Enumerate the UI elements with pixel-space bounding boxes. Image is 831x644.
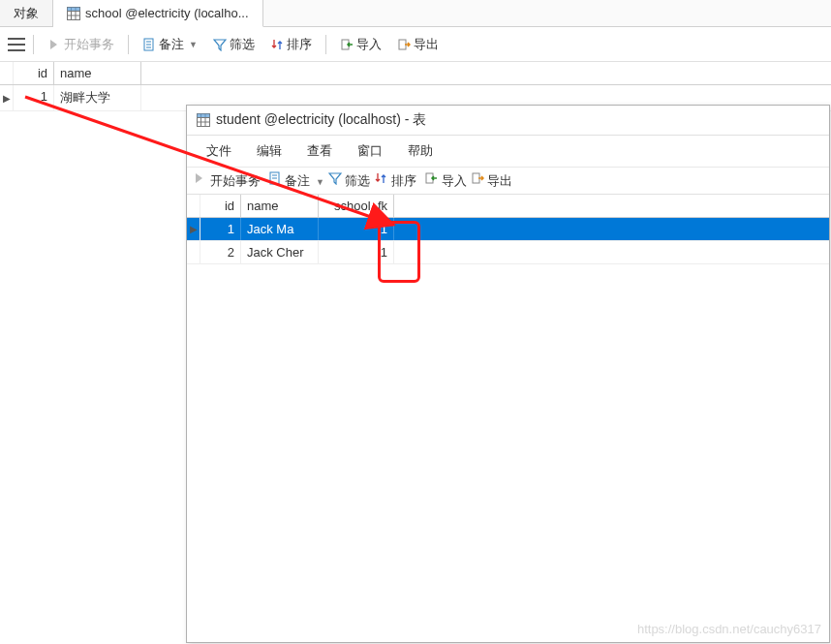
import-icon bbox=[424, 171, 438, 185]
arrow-right-icon bbox=[193, 171, 206, 185]
table-row[interactable]: ▶ 1 Jack Ma 1 bbox=[187, 218, 829, 241]
note-label: 备注 bbox=[159, 36, 184, 53]
note-label: 备注 bbox=[285, 173, 310, 188]
window-titlebar[interactable]: student @electricity (localhost) - 表 bbox=[187, 106, 829, 136]
col-header-schoolfk[interactable]: school_fk bbox=[319, 195, 394, 217]
tab-school-label: school @electricity (localho... bbox=[85, 6, 249, 20]
filter-button[interactable]: 筛选 bbox=[207, 33, 261, 56]
import-icon bbox=[340, 38, 354, 51]
start-transaction-button[interactable]: 开始事务 bbox=[193, 171, 261, 190]
col-header-name[interactable]: name bbox=[54, 62, 141, 84]
cell-id[interactable]: 2 bbox=[200, 241, 241, 263]
row-marker-icon: ▶ bbox=[187, 218, 200, 240]
school-grid-header: id name bbox=[0, 62, 831, 85]
funnel-icon bbox=[213, 38, 227, 51]
menu-view[interactable]: 查看 bbox=[295, 139, 344, 163]
import-button[interactable]: 导入 bbox=[424, 171, 467, 190]
cell-schoolfk[interactable]: 1 bbox=[319, 218, 394, 240]
tab-school[interactable]: school @electricity (localho... bbox=[53, 0, 263, 27]
export-label: 导出 bbox=[414, 36, 439, 53]
export-icon bbox=[397, 38, 411, 51]
student-window: student @electricity (localhost) - 表 文件 … bbox=[186, 105, 830, 643]
window-title: student @electricity (localhost) - 表 bbox=[216, 111, 426, 129]
menu-edit[interactable]: 编辑 bbox=[245, 139, 293, 163]
menu-help[interactable]: 帮助 bbox=[396, 139, 445, 163]
sub-toolbar: 开始事务 备注 ▼ 筛选 排序 导入 bbox=[187, 168, 829, 195]
cell-name[interactable]: Jack Cher bbox=[241, 241, 319, 263]
separator bbox=[33, 35, 34, 54]
student-grid-header: id name school_fk bbox=[187, 195, 829, 218]
sort-icon bbox=[374, 171, 387, 185]
sort-icon bbox=[270, 38, 284, 51]
cell-name[interactable]: 湖畔大学 bbox=[54, 85, 141, 110]
svg-rect-22 bbox=[473, 173, 479, 183]
svg-rect-17 bbox=[198, 114, 210, 118]
row-marker bbox=[187, 195, 200, 217]
hamburger-icon[interactable] bbox=[8, 38, 25, 51]
table-grid-icon bbox=[197, 113, 210, 127]
col-header-name[interactable]: name bbox=[241, 195, 319, 217]
cell-id[interactable]: 1 bbox=[200, 218, 241, 240]
import-label: 导入 bbox=[442, 173, 467, 188]
export-label: 导出 bbox=[487, 173, 512, 188]
funnel-icon bbox=[328, 171, 342, 185]
import-button[interactable]: 导入 bbox=[334, 33, 387, 56]
arrow-right-icon bbox=[47, 38, 61, 51]
col-header-id[interactable]: id bbox=[200, 195, 241, 217]
filter-label: 筛选 bbox=[230, 36, 255, 53]
tab-objects-label: 对象 bbox=[14, 5, 39, 22]
export-button[interactable]: 导出 bbox=[391, 33, 445, 56]
row-marker bbox=[187, 241, 200, 263]
menu-window[interactable]: 窗口 bbox=[346, 139, 394, 163]
sort-label: 排序 bbox=[287, 36, 312, 53]
watermark: https://blog.csdn.net/cauchy6317 bbox=[637, 622, 821, 636]
note-icon bbox=[142, 38, 156, 51]
filter-label: 筛选 bbox=[345, 173, 370, 188]
export-icon bbox=[471, 171, 484, 185]
cell-schoolfk[interactable]: 1 bbox=[319, 241, 394, 263]
menubar: 文件 编辑 查看 窗口 帮助 bbox=[187, 136, 829, 168]
main-toolbar: 开始事务 备注 ▼ 筛选 排序 导入 导出 bbox=[0, 27, 831, 62]
note-button[interactable]: 备注 ▼ bbox=[137, 33, 203, 56]
separator bbox=[128, 35, 129, 54]
row-marker bbox=[0, 62, 14, 84]
start-transaction-button[interactable]: 开始事务 bbox=[42, 33, 120, 56]
filter-button[interactable]: 筛选 bbox=[328, 171, 371, 190]
start-tx-label: 开始事务 bbox=[210, 173, 261, 188]
start-tx-label: 开始事务 bbox=[64, 36, 114, 53]
col-header-id[interactable]: id bbox=[14, 62, 54, 84]
cell-id[interactable]: 1 bbox=[14, 85, 54, 110]
svg-rect-5 bbox=[68, 7, 80, 11]
student-grid: id name school_fk ▶ 1 Jack Ma 1 2 Jack C… bbox=[187, 195, 829, 264]
main-tabs: 对象 school @electricity (localho... bbox=[0, 0, 831, 27]
note-button[interactable]: 备注 ▼ bbox=[268, 171, 324, 190]
menu-file[interactable]: 文件 bbox=[195, 139, 243, 163]
row-marker-icon: ▶ bbox=[0, 85, 14, 110]
sort-button[interactable]: 排序 bbox=[264, 33, 318, 56]
export-button[interactable]: 导出 bbox=[471, 171, 513, 190]
import-label: 导入 bbox=[356, 36, 382, 53]
tab-objects[interactable]: 对象 bbox=[0, 0, 53, 26]
note-icon bbox=[268, 171, 282, 185]
svg-rect-11 bbox=[399, 40, 406, 49]
separator bbox=[325, 35, 326, 54]
table-row[interactable]: 2 Jack Cher 1 bbox=[187, 241, 829, 264]
table-grid-icon bbox=[67, 7, 80, 20]
sort-label: 排序 bbox=[391, 173, 416, 188]
chevron-down-icon: ▼ bbox=[189, 40, 198, 49]
cell-name[interactable]: Jack Ma bbox=[241, 218, 319, 240]
sort-button[interactable]: 排序 bbox=[374, 171, 416, 190]
chevron-down-icon: ▼ bbox=[316, 177, 324, 187]
